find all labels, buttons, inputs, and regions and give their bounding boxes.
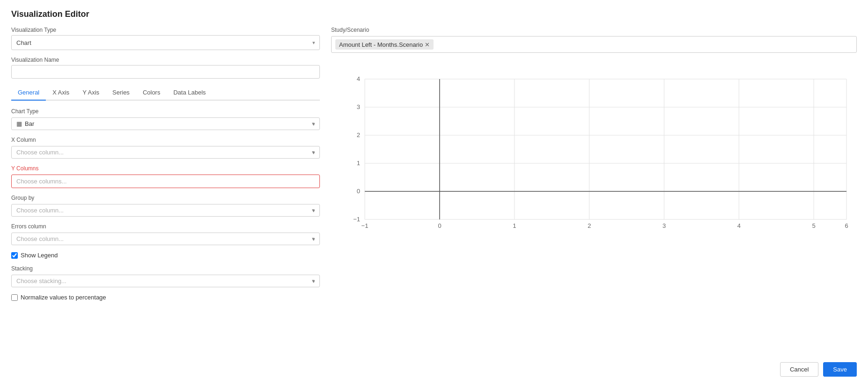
tabs-row: General X Axis Y Axis Series Colors Data…: [11, 85, 320, 101]
normalize-checkbox[interactable]: [11, 294, 18, 301]
cancel-button[interactable]: Cancel: [780, 362, 818, 377]
visualization-name-group: Visualization Name Chart: [11, 57, 320, 79]
study-scenario-label: Study/Scenario: [331, 27, 857, 33]
svg-text:2: 2: [587, 222, 591, 229]
visualization-type-group: Visualization Type Chart Table Map: [11, 27, 320, 50]
modal-footer: Cancel Save: [780, 355, 857, 377]
x-column-group: X Column Choose column... ▾: [11, 137, 320, 159]
scenario-tag: Amount Left - Months.Scenario ✕: [335, 39, 434, 50]
errors-column-select-wrap: Choose column... ▾: [11, 233, 320, 245]
errors-column-label: Errors column: [11, 223, 320, 230]
left-panel: Visualization Type Chart Table Map Visua…: [11, 27, 320, 307]
y-columns-placeholder: Choose columns...: [16, 178, 67, 185]
stacking-group: Stacking Choose stacking... ▾: [11, 265, 320, 287]
modal-title: Visualization Editor: [11, 9, 857, 19]
stacking-select-wrap: Choose stacking... ▾: [11, 275, 320, 287]
x-column-select-wrap: Choose column... ▾: [11, 146, 320, 159]
group-by-label: Group by: [11, 195, 320, 201]
x-column-arrow: ▾: [312, 149, 315, 155]
right-panel: Study/Scenario Amount Left - Months.Scen…: [331, 27, 857, 307]
svg-text:−1: −1: [353, 216, 360, 223]
tab-colors[interactable]: Colors: [136, 85, 167, 101]
bar-chart-icon: ▦: [16, 120, 22, 127]
svg-text:6: 6: [845, 222, 848, 229]
chart-svg: 4 3 2 1 0 −1 −1 0 1 2 3 4 5 6: [331, 60, 857, 229]
visualization-name-input[interactable]: Chart: [11, 65, 320, 79]
chart-area: 4 3 2 1 0 −1 −1 0 1 2 3 4 5 6: [331, 60, 857, 229]
x-column-dropdown[interactable]: Choose column... ▾: [11, 146, 320, 159]
svg-text:2: 2: [357, 131, 360, 138]
visualization-name-label: Visualization Name: [11, 57, 320, 63]
show-legend-checkbox[interactable]: [11, 252, 18, 259]
visualization-type-select-wrap: Chart Table Map: [11, 35, 320, 50]
scenario-tag-row[interactable]: Amount Left - Months.Scenario ✕: [331, 36, 857, 53]
normalize-label: Normalize values to percentage: [21, 294, 106, 301]
chart-type-dropdown[interactable]: ▦ Bar ▾: [11, 117, 320, 130]
x-column-label: X Column: [11, 137, 320, 143]
stacking-label: Stacking: [11, 265, 320, 272]
scenario-tag-text: Amount Left - Months.Scenario: [339, 41, 423, 48]
save-button[interactable]: Save: [823, 362, 857, 377]
errors-column-group: Errors column Choose column... ▾: [11, 223, 320, 245]
svg-text:4: 4: [357, 75, 360, 82]
normalize-row[interactable]: Normalize values to percentage: [11, 294, 320, 301]
errors-column-placeholder: Choose column...: [16, 235, 64, 242]
chart-type-arrow: ▾: [312, 121, 315, 127]
svg-text:4: 4: [737, 222, 740, 229]
stacking-placeholder: Choose stacking...: [16, 277, 66, 284]
visualization-type-select[interactable]: Chart Table Map: [11, 35, 320, 50]
y-columns-label: Y Columns: [11, 165, 320, 172]
visualization-editor-modal: Visualization Editor Visualization Type …: [0, 0, 868, 386]
group-by-group: Group by Choose column... ▾: [11, 195, 320, 217]
stacking-arrow: ▾: [312, 278, 315, 284]
svg-text:3: 3: [662, 222, 665, 229]
chart-type-group: Chart Type ▦ Bar ▾: [11, 108, 320, 130]
svg-text:1: 1: [357, 160, 360, 167]
svg-text:0: 0: [438, 222, 441, 229]
tab-y-axis[interactable]: Y Axis: [76, 85, 106, 101]
group-by-placeholder: Choose column...: [16, 207, 64, 214]
group-by-dropdown[interactable]: Choose column... ▾: [11, 204, 320, 217]
svg-text:−1: −1: [362, 222, 369, 229]
svg-text:0: 0: [357, 188, 360, 195]
modal-body: Visualization Type Chart Table Map Visua…: [11, 27, 857, 307]
chart-type-label: Chart Type: [11, 108, 320, 115]
scenario-tag-close[interactable]: ✕: [425, 41, 430, 48]
x-column-placeholder: Choose column...: [16, 149, 64, 156]
tab-data-labels[interactable]: Data Labels: [167, 85, 212, 101]
stacking-dropdown[interactable]: Choose stacking... ▾: [11, 275, 320, 287]
tab-x-axis[interactable]: X Axis: [46, 85, 76, 101]
group-by-select-wrap: Choose column... ▾: [11, 204, 320, 217]
svg-text:1: 1: [513, 222, 516, 229]
show-legend-label: Show Legend: [21, 252, 58, 259]
study-scenario-group: Study/Scenario Amount Left - Months.Scen…: [331, 27, 857, 53]
group-by-arrow: ▾: [312, 207, 315, 213]
errors-column-dropdown[interactable]: Choose column... ▾: [11, 233, 320, 245]
normalize-group: Normalize values to percentage: [11, 294, 320, 301]
y-columns-input[interactable]: Choose columns...: [11, 175, 320, 188]
svg-text:3: 3: [357, 103, 360, 110]
chart-type-select-wrap: ▦ Bar ▾: [11, 117, 320, 130]
show-legend-row[interactable]: Show Legend: [11, 252, 320, 259]
errors-column-arrow: ▾: [312, 236, 315, 242]
y-columns-group: Y Columns Choose columns...: [11, 165, 320, 188]
show-legend-group: Show Legend: [11, 252, 320, 259]
tab-general[interactable]: General: [11, 85, 46, 101]
chart-type-value: Bar: [25, 120, 34, 127]
tab-series[interactable]: Series: [106, 85, 136, 101]
visualization-type-label: Visualization Type: [11, 27, 320, 33]
svg-text:5: 5: [812, 222, 815, 229]
